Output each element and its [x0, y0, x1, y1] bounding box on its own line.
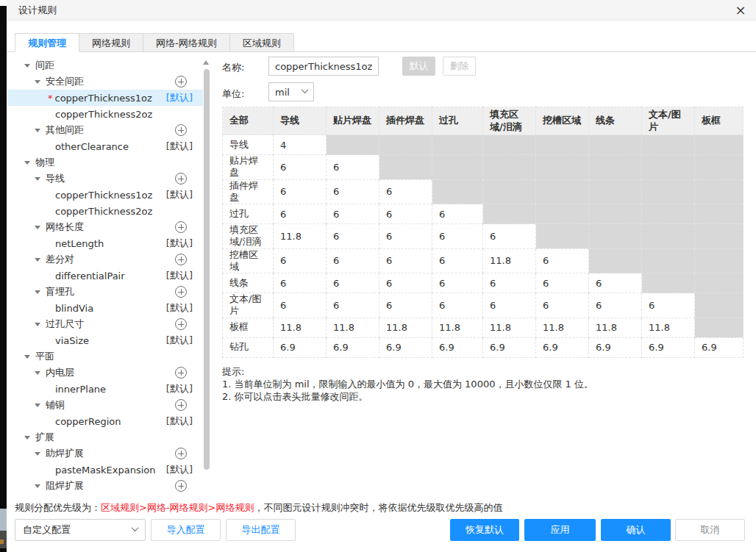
tab-region-rules[interactable]: 区域规则	[229, 33, 294, 52]
matrix-cell[interactable]: 6	[642, 293, 695, 318]
delete-button[interactable]: 删除	[443, 57, 476, 76]
tree-item-12[interactable]: 差分对	[8, 251, 203, 268]
tab-net-net-rules[interactable]: 网络-网络规则	[143, 33, 230, 52]
matrix-cell[interactable]: 6	[327, 155, 379, 180]
add-rule-icon[interactable]	[175, 367, 187, 379]
add-rule-icon[interactable]	[175, 448, 187, 459]
matrix-cell[interactable]: 6.9	[642, 337, 695, 357]
matrix-cell[interactable]: 6.9	[536, 337, 589, 357]
add-rule-icon[interactable]	[175, 76, 187, 87]
tree-item-26[interactable]: 阻焊扩展	[8, 478, 203, 494]
matrix-row-header[interactable]: 填充区域/泪滴	[223, 224, 274, 249]
tree-item-25[interactable]: pasteMaskExpansion[默认]	[8, 462, 203, 478]
matrix-cell[interactable]: 4	[274, 135, 327, 155]
matrix-cell[interactable]: 11.8	[327, 318, 379, 337]
add-rule-icon[interactable]	[175, 318, 187, 330]
tree-item-4[interactable]: 其他间距	[8, 122, 203, 138]
matrix-cell[interactable]: 6	[379, 179, 432, 204]
matrix-col-header-1[interactable]: 导线	[274, 107, 327, 135]
expand-arrow-icon[interactable]	[35, 404, 40, 407]
matrix-row-header[interactable]: 板框	[223, 318, 274, 337]
matrix-cell[interactable]: 11.8	[379, 318, 432, 337]
matrix-cell[interactable]: 6.9	[327, 337, 379, 357]
matrix-cell[interactable]: 6	[327, 204, 379, 224]
matrix-row-header[interactable]: 线条	[223, 273, 274, 293]
matrix-cell[interactable]: 6	[379, 293, 432, 318]
matrix-col-header-3[interactable]: 插件焊盘	[379, 107, 432, 135]
add-rule-icon[interactable]	[175, 221, 187, 233]
tree-item-10[interactable]: 网络长度	[8, 219, 203, 235]
matrix-cell[interactable]: 6.9	[695, 337, 743, 357]
add-rule-icon[interactable]	[175, 480, 187, 492]
unit-select[interactable]: mil	[268, 82, 314, 101]
restore-default-button[interactable]: 恢复默认	[450, 519, 519, 541]
matrix-cell[interactable]: 11.8	[589, 318, 642, 337]
matrix-col-header-6[interactable]: 挖槽区域	[536, 107, 589, 135]
matrix-cell[interactable]: 11.8	[432, 318, 483, 337]
apply-button[interactable]: 应用	[524, 519, 596, 541]
matrix-cell[interactable]: 6	[274, 293, 327, 318]
tab-rule-management[interactable]: 规则管理	[15, 33, 79, 52]
tab-net-rules[interactable]: 网络规则	[79, 33, 143, 52]
tree-item-9[interactable]: copperThickness2oz	[8, 203, 203, 219]
matrix-row-header[interactable]: 文本/图片	[223, 293, 274, 318]
config-select[interactable]: 自定义配置	[15, 519, 146, 541]
matrix-cell[interactable]: 6	[274, 155, 327, 180]
matrix-cell[interactable]: 6.9	[483, 337, 536, 357]
tree-scrollbar[interactable]	[203, 59, 210, 494]
matrix-row-header[interactable]: 插件焊盘	[223, 179, 274, 204]
matrix-cell[interactable]: 11.8	[536, 318, 589, 337]
matrix-col-header-0[interactable]: 全部	[223, 107, 274, 135]
tree-item-8[interactable]: copperThickness1oz[默认]	[8, 187, 203, 203]
add-rule-icon[interactable]	[175, 124, 187, 136]
matrix-cell[interactable]: 6	[274, 179, 327, 204]
tree-item-20[interactable]: innerPlane[默认]	[8, 381, 203, 397]
tree-item-2[interactable]: *copperThickness1oz[默认]	[8, 90, 203, 106]
matrix-cell[interactable]: 6.9	[589, 337, 642, 357]
expand-arrow-icon[interactable]	[35, 371, 40, 375]
matrix-row-header[interactable]: 钻孔	[223, 337, 274, 357]
matrix-row-header[interactable]: 挖槽区域	[223, 248, 274, 273]
expand-arrow-icon[interactable]	[24, 436, 30, 440]
tree-item-0[interactable]: 间距	[8, 57, 203, 74]
add-rule-icon[interactable]	[175, 254, 187, 265]
matrix-cell[interactable]: 6	[327, 273, 379, 293]
matrix-row-header[interactable]: 贴片焊盘	[223, 155, 274, 180]
tree-item-3[interactable]: copperThickness2oz	[8, 106, 203, 122]
matrix-col-header-9[interactable]: 板框	[695, 107, 743, 135]
matrix-cell[interactable]: 6	[432, 273, 483, 293]
add-rule-icon[interactable]	[175, 399, 187, 411]
matrix-col-header-2[interactable]: 贴片焊盘	[327, 107, 379, 135]
tree-item-14[interactable]: 盲埋孔	[8, 284, 203, 300]
matrix-cell[interactable]: 6	[432, 204, 483, 224]
matrix-col-header-5[interactable]: 填充区域/泪滴	[483, 107, 536, 135]
matrix-cell[interactable]: 6	[432, 248, 483, 273]
matrix-cell[interactable]: 6	[274, 273, 327, 293]
expand-arrow-icon[interactable]	[35, 484, 40, 488]
matrix-cell[interactable]: 6	[536, 273, 589, 293]
matrix-cell[interactable]: 6.9	[432, 337, 483, 357]
confirm-button[interactable]: 确认	[601, 519, 671, 541]
matrix-cell[interactable]: 6	[274, 204, 327, 224]
tree-item-11[interactable]: netLength[默认]	[8, 235, 203, 251]
tree-item-7[interactable]: 导线	[8, 171, 203, 187]
export-config-button[interactable]: 导出配置	[226, 519, 296, 541]
matrix-cell[interactable]: 6	[589, 273, 642, 293]
expand-arrow-icon[interactable]	[35, 129, 40, 132]
tree-item-1[interactable]: 安全间距	[8, 74, 203, 90]
tree-item-23[interactable]: 扩展	[8, 429, 203, 445]
expand-arrow-icon[interactable]	[35, 452, 40, 456]
matrix-row-header[interactable]: 过孔	[223, 204, 274, 224]
matrix-cell[interactable]: 6	[327, 224, 379, 249]
matrix-cell[interactable]: 6	[327, 179, 379, 204]
matrix-cell[interactable]: 11.8	[483, 248, 536, 273]
cancel-button[interactable]: 取消	[675, 519, 745, 541]
scrollbar-thumb[interactable]	[204, 69, 210, 470]
matrix-cell[interactable]: 6	[536, 293, 589, 318]
matrix-col-header-4[interactable]: 过孔	[432, 107, 483, 135]
scrollbar-up-arrow-icon[interactable]	[203, 60, 209, 65]
expand-arrow-icon[interactable]	[35, 80, 40, 84]
tree-item-22[interactable]: copperRegion[默认]	[8, 413, 203, 429]
import-config-button[interactable]: 导入配置	[151, 519, 221, 541]
matrix-row-header[interactable]: 导线	[223, 135, 274, 155]
